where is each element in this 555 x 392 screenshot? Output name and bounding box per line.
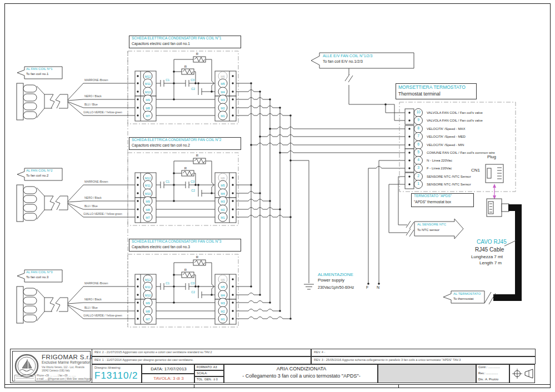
terminal-number: 10 — [414, 110, 422, 114]
terminal-number: 4 — [414, 158, 422, 162]
ev-arrow-it: ALLE E/V FAN COIL N°1/2/3 — [323, 54, 372, 58]
plug-label: Plug — [487, 155, 496, 159]
terminal-label: N - Linea 220Vac — [427, 159, 452, 162]
card2-title-en: Capacitors electric card fan coil no.2 — [132, 144, 190, 148]
company-address1: Via Vittorio Veneto, 112 - Loc. Rivarola — [42, 366, 84, 369]
company-cell: FRIGOMAR S.r.l. Exclusive Marine Refrige… — [12, 351, 91, 381]
neutral-label: N — [377, 285, 379, 289]
power-label-en: Power supply — [318, 278, 344, 283]
drawing-label: Disegno /drawing: — [94, 366, 121, 369]
rj45-label-en: RJ45 Cable — [475, 247, 504, 253]
rev4-text: REV. 4 - — [314, 351, 325, 354]
card3-title-it: SCHEDA ELETTRICA CONDENSATORI FAN COIL N… — [132, 240, 221, 244]
signatures-cell: Contr.: .............. Rev.: ...........… — [476, 364, 509, 383]
terminal-number: 5 — [414, 150, 422, 154]
fan-arrow2-en: To fan coil no.2 — [26, 174, 48, 177]
ntc-arrow-it: AL SENSORE NTC — [417, 223, 446, 226]
fan-arrow1-en: To fan coil no.1 — [26, 72, 48, 76]
card1-title-en: Capacitors electric card fan coil no.1 — [132, 42, 190, 46]
card3-title-en: Capacitors electric card fan coil no.3 — [132, 245, 190, 249]
tolerance-cell: TOL. GEN.: ± 0 — [194, 376, 224, 383]
certification-box — [14, 375, 36, 381]
terminal-label: VELOCITA' /Speed - MAX — [427, 127, 465, 130]
drawing-number-cell: Disegno /drawing: F13110/2 — [92, 364, 142, 383]
apds-box-en: "APDS" thermostat box — [414, 200, 451, 204]
drawing-number: F13110/2 — [94, 371, 138, 381]
terminal-label: VALVOLA FAN COIL / Fan coil's valve — [427, 111, 483, 114]
wire-label: NERO / Black — [84, 95, 102, 98]
wire-label: MARRONE /Brown — [84, 180, 108, 183]
empty-gray-cell — [378, 364, 476, 383]
card1-title-it: SCHEDA ELETTRICA CONDENSATORI FAN COIL N… — [132, 37, 221, 41]
sheet-cell: TAVOLA: 3 di 3 — [142, 374, 194, 383]
ntc-wires — [389, 177, 407, 233]
terminal-number: 3 — [414, 166, 422, 170]
wire-label: BLU / Blue — [84, 103, 98, 106]
wire-label: NERO / Black — [84, 298, 102, 301]
rj45-plug-icon — [487, 199, 509, 217]
company-contact2: e-mail: ....@frigomar.com | Web Site: ww… — [37, 378, 98, 381]
terminal-label: VELOCITA' /Speed - MIN — [427, 143, 464, 147]
rev3-text: REV. 3 - 25/05/2016 Aggiunto schema coll… — [314, 359, 461, 362]
rj45-length-it: Lunghezza 7 mt — [471, 255, 503, 259]
wire-label: GIALLO-VERDE / Yellow-green — [83, 314, 122, 317]
rj45-jack-icon — [486, 164, 503, 183]
rj45-length-en: Length 7 m — [479, 261, 502, 265]
card2-header-box: SCHEDA ELETTRICA CONDENSATORI FAN COIL N… — [129, 137, 241, 150]
terminal-number: 7 — [414, 134, 422, 138]
drawing-title-cell: ARIA CONDIZIONATA - Collegamento 3 fan c… — [224, 364, 378, 383]
projection-cell — [509, 364, 535, 383]
ground-symbol — [304, 284, 314, 289]
terminal-label: VALVOLA FAN COIL / Fan coil's valve — [427, 119, 483, 122]
ntc-arrow-en: To NTC sensor — [417, 228, 439, 232]
thermostat-terminal-title-it: MORSETTIERA TERMOSTATO — [398, 85, 466, 90]
terminal-number: 9 — [414, 118, 422, 122]
company-tagline: Exclusive Marine Refrigeration — [42, 361, 91, 365]
terminal-number: 6 — [414, 143, 422, 147]
card3-header-box: SCHEDA ELETTRICA CONDENSATORI FAN COIL N… — [129, 239, 241, 252]
wire-label: GIALLO-VERDE / Yellow-green — [83, 213, 122, 215]
terminal-number: 8 — [414, 127, 422, 130]
terminal-label: VELOCITA' /Speed - MED — [427, 135, 466, 138]
scale-cell: SCALA: — [194, 370, 224, 376]
ev-arrow-en: To fan coil E/V no.1/2/3 — [323, 59, 363, 63]
fan-arrow1-it: AL FAN COIL N°1 — [26, 67, 53, 71]
terminal-label: COMUNE FAN COIL / Fan coil's common wire — [427, 151, 495, 154]
fan-arrow3-it: AL FAN COIL N°3 — [26, 270, 53, 274]
drawing-title-line2: - Collegamento 3 fan coil a unico termos… — [224, 374, 378, 379]
rj45-label-it: CAVO RJ45 — [477, 239, 507, 245]
terminal-label: SENSORE NTC /NTC Sensor — [427, 183, 471, 186]
thermostat-terminal-title-en: Thermostat terminal — [398, 92, 441, 97]
projection-symbol-icon — [510, 365, 534, 383]
checked-by: Contr.: .............. — [478, 366, 500, 369]
wire-label: MARRONE /Brown — [84, 282, 108, 285]
wire-label: MARRONE /Brown — [84, 79, 108, 82]
format-cell: FORMATO: A3 — [194, 364, 224, 370]
rev2-text: REV. 2 - 21/07/2015 Aggiornato con spino… — [94, 351, 212, 354]
terminal-number: 2 — [414, 174, 422, 178]
rev4-cell: REV. 4 - — [311, 349, 536, 356]
power-label-it: ALIMENTAZIONE — [318, 273, 353, 277]
company-name: FRIGOMAR S.r.l. — [42, 354, 94, 360]
apds-thermostat-box: TERMOSTATO "APDS" "APDS" thermostat box — [411, 193, 474, 207]
ground-wire — [291, 160, 309, 283]
wire-label: NERO / Black — [84, 197, 102, 199]
rev1-text: REV. 1 - 11/07/2014 Aggiornato per diseg… — [94, 359, 193, 362]
card1-header-box: SCHEDA ELETTRICA CONDENSATORI FAN COIL N… — [129, 36, 241, 48]
drawing-title-line1: ARIA CONDIZIONATA — [224, 366, 378, 371]
revised-by: Rev.: .............. — [478, 372, 498, 375]
thermostat-terminal-header-box: MORSETTIERA TERMOSTATO Thermostat termin… — [396, 83, 477, 99]
company-contact1: Phone +39 .... ...... | fax +39 .... ...… — [37, 375, 76, 378]
date-cell: DATA: 17/07/2013 — [142, 364, 194, 374]
fan-arrow3-en: To fan coil no.3 — [26, 275, 48, 279]
sheet-text: TAVOLA: 3 di 3 — [142, 376, 195, 381]
company-address2: 16042 Carasco (GE) Italy — [42, 370, 70, 373]
power-spec: 230Vac/1ph/50-60Hz — [318, 285, 354, 289]
date-text: DATA: 17/07/2013 — [142, 367, 195, 371]
scale-text: SCALA: — [197, 372, 208, 375]
card2-title-it: SCHEDA ELETTRICA CONDENSATORI FAN COIL N… — [132, 138, 221, 142]
terminal-label: SENSORE NTC /NTC Sensor — [427, 175, 471, 178]
drawn-by: Dis.: A. Pruzzo — [478, 378, 498, 381]
thermostat-arrow-en: To thermostat — [453, 297, 473, 300]
rev3-cell: REV. 3 - 25/05/2016 Aggiunto schema coll… — [311, 356, 536, 364]
